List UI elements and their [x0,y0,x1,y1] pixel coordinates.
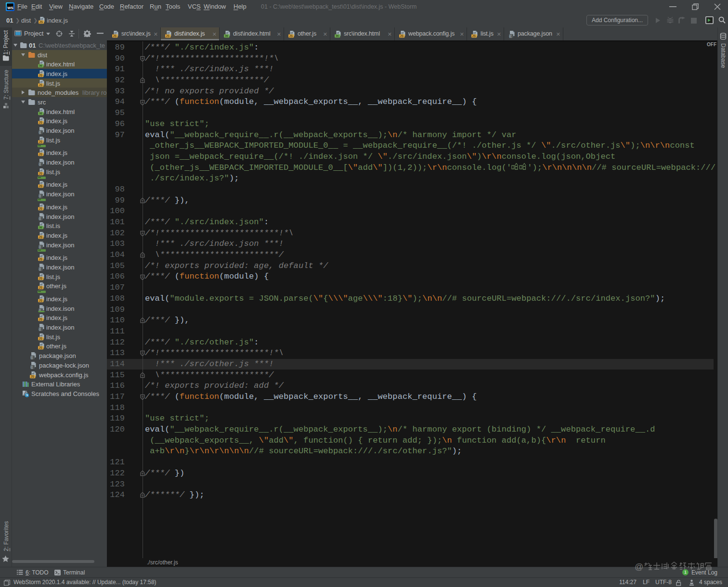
svg-text:@: @ [635,562,643,572]
svg-text:WS: WS [7,6,13,10]
